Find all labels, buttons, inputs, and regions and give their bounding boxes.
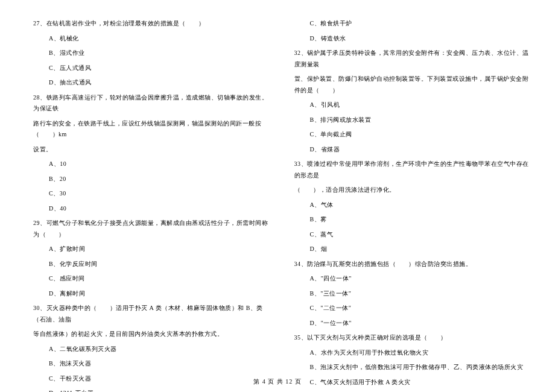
- q34-option-c: C、"二位一体": [294, 303, 531, 314]
- q29-option-c: C、感应时间: [33, 273, 270, 285]
- question-35: 35、以下灭火剂与灭火种类正确对应的选项是（ ）: [294, 332, 531, 344]
- q28-option-c: C、30: [33, 188, 270, 200]
- question-28-line3: 设置。: [33, 144, 270, 156]
- page-container: 27、在钻机凿岩作业中，对粉尘治理最有效的措施是（ ） A、机械化 B、湿式作业…: [0, 0, 555, 362]
- right-column: C、粮食烘干炉 D、铸造铁水 32、锅炉属于承压类特种设备，其常用的安全附件有：…: [294, 18, 531, 344]
- question-32-line2: 置、保护装置、防爆门和锅炉自动控制装置等。下列装置或设施中，属于锅炉安全附件的是…: [294, 74, 531, 96]
- q34-option-d: D、"一位一体": [294, 318, 531, 329]
- q32-option-a: A、引风机: [294, 100, 531, 111]
- question-29: 29、可燃气分子和氧化分子接受点火源能量，离解成自由基或活性分子，所需时间称为（…: [33, 218, 270, 240]
- q32-option-b: B、排污阀或放水装置: [294, 115, 531, 126]
- q31-option-d: D、铸造铁水: [294, 33, 531, 45]
- q33-option-d: D、烟: [294, 244, 531, 255]
- q27-option-c: C、压人式通风: [33, 63, 270, 74]
- question-28-line2: 路行车的安全，在铁路干线上，应设红外线轴温探测网，轴温探测站的间距一般按（ ）k…: [33, 118, 270, 141]
- q32-option-d: D、省煤器: [294, 144, 531, 156]
- question-34: 34、防治煤与瓦斯突出的措施包括（ ）综合防治突出措施。: [294, 259, 531, 270]
- question-30-line1: 30、灭火器种类中的（ ）适用于扑灭 A 类（木材、棉麻等固体物质）和 B、类（…: [33, 303, 270, 325]
- question-32-line1: 32、锅炉属于承压类特种设备，其常用的安全附件有：安全阀、压力表、水位计、温度测…: [294, 48, 531, 70]
- page-footer: 第 4 页 共 12 页: [0, 378, 555, 386]
- q30-option-b: B、泡沫灭火器: [33, 358, 270, 370]
- q27-option-d: D、抽出式通风: [33, 77, 270, 89]
- q35-option-a: A、水作为灭火剂可用于扑救过氧化物火灾: [294, 347, 531, 359]
- q27-option-b: B、湿式作业: [33, 48, 270, 59]
- q28-option-d: D、40: [33, 203, 270, 215]
- q29-option-b: B、化学反应时间: [33, 259, 270, 270]
- q29-option-a: A、扩散时间: [33, 244, 270, 255]
- q32-option-c: C、单向截止阀: [294, 129, 531, 141]
- question-27: 27、在钻机凿岩作业中，对粉尘治理最有效的措施是（ ）: [33, 18, 270, 30]
- question-33-line1: 33、喷漆过程中常使用甲苯作溶剂，生产环境中产生的生产性毒物甲苯在空气中存在的形…: [294, 159, 531, 181]
- q34-option-b: B、"三位一体": [294, 288, 531, 300]
- left-column: 27、在钻机凿岩作业中，对粉尘治理最有效的措施是（ ） A、机械化 B、湿式作业…: [33, 18, 270, 344]
- q33-option-b: B、雾: [294, 214, 531, 226]
- question-30-line2: 等自然液体）的初起火灾，是目前国内外油类火灾基本的扑救方式。: [33, 329, 270, 340]
- q28-option-b: B、20: [33, 174, 270, 185]
- q30-option-d: D、1211 灭火器: [33, 388, 270, 392]
- q33-option-c: C、蒸气: [294, 229, 531, 241]
- q35-option-b: B、泡沫灭火剂中，低倍数泡沫可用于扑救储存甲、乙、丙类液体的场所火灾: [294, 362, 531, 373]
- q34-option-a: A、"四位一体": [294, 273, 531, 285]
- question-33-line2: （ ），适合用洗涤法进行净化。: [294, 185, 531, 196]
- q30-option-a: A、二氧化碳系列灭火器: [33, 344, 270, 355]
- question-28-line1: 28、铁路列车高速运行下，轮对的轴温会因摩擦升温，造成燃轴、切轴事故的发生。为保…: [33, 92, 270, 115]
- q33-option-a: A、气体: [294, 200, 531, 211]
- q27-option-a: A、机械化: [33, 33, 270, 45]
- q29-option-d: D、离解时间: [33, 288, 270, 300]
- q28-option-a: A、10: [33, 159, 270, 170]
- q31-option-c: C、粮食烘干炉: [294, 18, 531, 30]
